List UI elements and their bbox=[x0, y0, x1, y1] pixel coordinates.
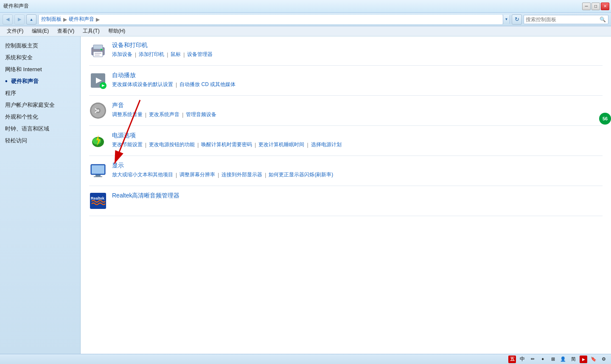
section-power-link-3[interactable]: 更改计算机睡眠时间 bbox=[258, 141, 304, 148]
status-icon-wubi[interactable]: 五 bbox=[508, 356, 516, 363]
section-realtek-title[interactable]: Realtek高清晰音频管理器 bbox=[112, 192, 603, 200]
section-power-link-0[interactable]: 更改节能设置 bbox=[112, 141, 143, 148]
menu-bar: 文件(F) 编辑(E) 查看(V) 工具(T) 帮助(H) bbox=[0, 26, 611, 36]
sep-p-2: | bbox=[255, 142, 256, 148]
power-icon bbox=[89, 132, 107, 150]
sidebar-item-accessibility[interactable]: 轻松访问 bbox=[0, 135, 80, 147]
section-sound-link-2[interactable]: 管理音频设备 bbox=[186, 111, 216, 118]
sep-s-0: | bbox=[145, 112, 146, 118]
section-autoplay-icon bbox=[89, 72, 107, 89]
sidebar-item-appearance[interactable]: 外观和个性化 bbox=[0, 111, 80, 123]
section-display-content: 显示 放大或缩小文本和其他项目 | 调整屏幕分辨率 | 连接到外部显示器 | 如… bbox=[112, 162, 603, 178]
breadcrumb-dropdown[interactable]: ▼ bbox=[503, 15, 510, 24]
refresh-button[interactable]: ↻ bbox=[512, 14, 522, 25]
section-power-link-2[interactable]: 唤醒计算机时需要密码 bbox=[201, 141, 252, 148]
section-sound-link-0[interactable]: 调整系统音量 bbox=[112, 111, 143, 118]
sound-icon bbox=[89, 102, 107, 119]
section-sound-icon bbox=[89, 102, 107, 119]
status-icon-grid[interactable]: ⊞ bbox=[549, 356, 557, 363]
svg-rect-1 bbox=[93, 45, 103, 49]
section-devices-link-1[interactable]: 添加打印机 bbox=[139, 51, 164, 58]
window-title: 硬件和声音 bbox=[3, 3, 29, 10]
breadcrumb-item-1[interactable]: 硬件和声音 bbox=[69, 16, 94, 23]
up-button[interactable]: ▲ bbox=[26, 14, 36, 25]
menu-view[interactable]: 查看(V) bbox=[54, 27, 78, 36]
section-devices-link-3[interactable]: 设备管理器 bbox=[187, 51, 213, 58]
sidebar-item-hardware[interactable]: 硬件和声音 bbox=[0, 75, 80, 87]
section-devices-content: 设备和打印机 添加设备 | 添加打印机 | 鼠标 | 设备管理器 bbox=[112, 42, 603, 58]
sidebar-item-home-label: 控制面板主页 bbox=[5, 42, 38, 50]
section-display-link-0[interactable]: 放大或缩小文本和其他项目 bbox=[112, 171, 173, 178]
section-autoplay-links: 更改媒体或设备的默认设置 | 自动播放 CD 或其他媒体 bbox=[112, 81, 603, 88]
maximize-button[interactable]: □ bbox=[591, 3, 600, 10]
breadcrumb-item-0[interactable]: 控制面板 bbox=[41, 16, 62, 23]
section-power-title[interactable]: 电源选项 bbox=[112, 132, 603, 139]
section-autoplay-link-1[interactable]: 自动播放 CD 或其他媒体 bbox=[179, 81, 235, 88]
title-bar: 硬件和声音 ─ □ ✕ bbox=[0, 0, 611, 13]
section-devices-link-0[interactable]: 添加设备 bbox=[112, 51, 132, 58]
svg-point-5 bbox=[101, 49, 102, 50]
close-button[interactable]: ✕ bbox=[601, 3, 609, 10]
menu-edit[interactable]: 编辑(E) bbox=[28, 27, 52, 36]
sidebar-item-system-label: 系统和安全 bbox=[5, 54, 33, 61]
section-display-link-1[interactable]: 调整屏幕分辨率 bbox=[179, 171, 215, 178]
forward-button[interactable]: ▶ bbox=[14, 14, 25, 25]
sidebar-item-network-label: 网络和 Internet bbox=[5, 66, 42, 73]
status-icon-zh[interactable]: 中 bbox=[519, 356, 526, 363]
sidebar-item-home[interactable]: 控制面板主页 bbox=[0, 40, 80, 52]
status-icon-person[interactable]: 👤 bbox=[559, 356, 567, 363]
section-display-title[interactable]: 显示 bbox=[112, 162, 603, 169]
menu-tools[interactable]: 工具(T) bbox=[79, 27, 103, 36]
address-box: 控制面板 ▶ 硬件和声音 ▶ ▼ bbox=[38, 15, 510, 24]
status-icon-bookmark[interactable]: 🔖 bbox=[590, 356, 597, 363]
section-autoplay-title[interactable]: 自动播放 bbox=[112, 72, 603, 79]
section-sound-link-1[interactable]: 更改系统声音 bbox=[149, 111, 179, 118]
sep-0: | bbox=[135, 52, 136, 58]
sidebar-item-accounts-label: 用户帐户和家庭安全 bbox=[5, 101, 55, 109]
section-power-links: 更改节能设置 | 更改电源按钮的功能 | 唤醒计算机时需要密码 | 更改计算机睡… bbox=[112, 141, 603, 148]
section-sound-title[interactable]: 声音 bbox=[112, 102, 603, 109]
printer-icon bbox=[89, 42, 107, 59]
search-box: 🔍 bbox=[524, 15, 608, 24]
section-power-link-1[interactable]: 更改电源按钮的功能 bbox=[149, 141, 195, 148]
sidebar-item-accessibility-label: 轻松访问 bbox=[5, 137, 27, 144]
section-sound-content: 声音 调整系统音量 | 更改系统声音 | 管理音频设备 bbox=[112, 102, 603, 118]
section-autoplay-link-0[interactable]: 更改媒体或设备的默认设置 bbox=[112, 81, 173, 88]
section-power: 电源选项 更改节能设置 | 更改电源按钮的功能 | 唤醒计算机时需要密码 | 更… bbox=[89, 132, 603, 156]
status-icon-pen[interactable]: ✏ bbox=[529, 356, 536, 363]
green-badge[interactable]: 56 bbox=[599, 113, 611, 125]
section-display-link-3[interactable]: 如何更正显示器闪烁(刷新率) bbox=[269, 171, 333, 178]
search-icon[interactable]: 🔍 bbox=[599, 16, 606, 23]
svg-text:Realtek: Realtek bbox=[91, 196, 105, 200]
breadcrumb[interactable]: 控制面板 ▶ 硬件和声音 ▶ bbox=[39, 15, 503, 24]
section-display-links: 放大或缩小文本和其他项目 | 调整屏幕分辨率 | 连接到外部显示器 | 如何更正… bbox=[112, 171, 603, 178]
section-power-link-4[interactable]: 选择电源计划 bbox=[311, 141, 342, 148]
section-devices-title[interactable]: 设备和打印机 bbox=[112, 42, 603, 49]
sidebar-item-network[interactable]: 网络和 Internet bbox=[0, 64, 80, 75]
svg-rect-20 bbox=[94, 176, 102, 177]
svg-point-15 bbox=[92, 138, 101, 144]
sidebar-item-clock[interactable]: 时钟、语言和区域 bbox=[0, 123, 80, 135]
section-display-link-2[interactable]: 连接到外部显示器 bbox=[221, 171, 262, 178]
section-display: 显示 放大或缩小文本和其他项目 | 调整屏幕分辨率 | 连接到外部显示器 | 如… bbox=[89, 162, 603, 186]
sidebar-item-accounts[interactable]: 用户帐户和家庭安全 bbox=[0, 99, 80, 111]
status-icon-jian[interactable]: 简 bbox=[569, 356, 577, 363]
sidebar-item-clock-label: 时钟、语言和区域 bbox=[5, 125, 49, 133]
status-icon-star[interactable]: ✦ bbox=[539, 356, 547, 363]
address-bar: ◀ ▶ ▲ 控制面板 ▶ 硬件和声音 ▶ ▼ ↻ 🔍 bbox=[0, 13, 611, 26]
sidebar-item-programs[interactable]: 程序 bbox=[0, 87, 80, 99]
sep-p-3: | bbox=[307, 142, 308, 148]
search-input[interactable] bbox=[526, 17, 597, 22]
sep-d-2: | bbox=[265, 172, 266, 178]
sidebar-item-hardware-label: 硬件和声音 bbox=[11, 78, 39, 85]
status-icon-gear[interactable]: ⚙ bbox=[600, 356, 608, 363]
sidebar-item-system[interactable]: 系统和安全 bbox=[0, 52, 80, 64]
menu-file[interactable]: 文件(F) bbox=[3, 27, 27, 36]
back-button[interactable]: ◀ bbox=[3, 14, 13, 25]
menu-help[interactable]: 帮助(H) bbox=[105, 27, 129, 36]
breadcrumb-sep-1: ▶ bbox=[96, 17, 100, 22]
status-icon-youtube[interactable]: ▶ bbox=[580, 356, 587, 363]
section-devices-links: 添加设备 | 添加打印机 | 鼠标 | 设备管理器 bbox=[112, 51, 603, 58]
section-devices-link-2[interactable]: 鼠标 bbox=[171, 51, 181, 58]
minimize-button[interactable]: ─ bbox=[582, 3, 591, 10]
